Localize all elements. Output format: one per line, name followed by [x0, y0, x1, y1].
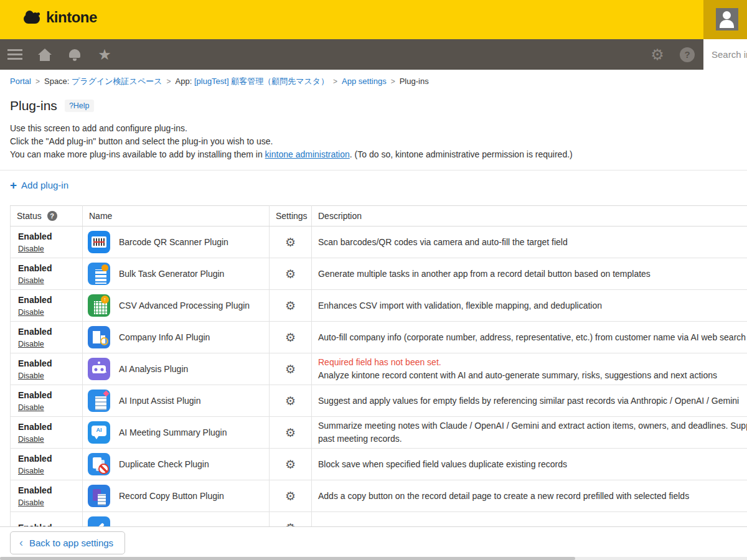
status-enabled: Enabled — [18, 485, 75, 497]
kintone-logo[interactable]: kintone — [22, 9, 97, 26]
status-enabled: Enabled — [18, 326, 75, 338]
barcode-icon — [88, 231, 110, 253]
duplicate-icon — [88, 453, 110, 475]
plugin-settings-gear-icon[interactable]: ⚙ — [285, 489, 296, 503]
table-row: EnabledDisableAI Analysis Plugin⚙Require… — [11, 353, 747, 385]
plugin-description: Block save when specified field values d… — [318, 458, 747, 471]
plugin-name: Bulk Task Generator Plugin — [119, 269, 224, 279]
plugin-name: CSV Advanced Processing Plugin — [119, 301, 250, 310]
menu-button[interactable] — [5, 39, 25, 70]
breadcrumb-text: App: — [176, 77, 192, 86]
scrollbar-thumb[interactable] — [0, 557, 575, 560]
plus-icon: + — [10, 179, 17, 191]
horizontal-scrollbar[interactable] — [0, 557, 747, 560]
plugin-name: Duplicate Check Plugin — [119, 459, 209, 469]
breadcrumb-link[interactable]: App settings — [342, 77, 387, 86]
notifications-button[interactable] — [65, 39, 85, 70]
icon-glyph — [88, 485, 110, 507]
plugin-name: AI Input Assist Plugin — [119, 396, 201, 406]
icon-glyph — [88, 453, 110, 475]
plugin-settings-gear-icon[interactable]: ⚙ — [285, 267, 296, 281]
disable-link[interactable]: Disable — [18, 308, 44, 317]
plugin-settings-gear-icon[interactable]: ⚙ — [285, 299, 296, 312]
icon-glyph — [88, 326, 110, 348]
plugin-name: Company Info AI Plugin — [119, 332, 210, 342]
column-settings: Settings — [270, 206, 312, 226]
title-row: Plug-ins ?Help — [10, 98, 737, 113]
kintone-administration-link[interactable]: kintone administration — [265, 149, 350, 159]
user-menu[interactable] — [703, 0, 747, 39]
add-plugin-button[interactable]: + Add plug-in — [10, 179, 68, 191]
bell-icon — [69, 49, 80, 61]
footer-bar: ‹ Back to app settings — [0, 526, 747, 560]
plugin-settings-gear-icon[interactable]: ⚙ — [285, 394, 296, 408]
help-button[interactable]: ? — [677, 39, 697, 70]
breadcrumb-separator: > — [167, 77, 171, 86]
breadcrumb-separator: > — [333, 77, 337, 86]
breadcrumb-text: Space: — [44, 77, 69, 86]
intro-text: Use this screen to add and configure plu… — [10, 122, 737, 161]
top-header: kintone — [0, 0, 747, 39]
main-content: Portal>Space: プラグイン検証スペース>App: [plugTest… — [0, 70, 747, 544]
favorites-button[interactable]: ★ — [95, 39, 115, 70]
logo-text: kintone — [46, 9, 97, 26]
column-status: Status? — [11, 206, 83, 226]
hamburger-icon — [7, 49, 22, 60]
disable-link[interactable]: Disable — [18, 340, 44, 348]
disable-link[interactable]: Disable — [18, 435, 44, 444]
app-window: kintone ★ ⚙ ? Portal>Space: プラグイン検証スペース>… — [0, 0, 747, 560]
plugin-settings-gear-icon[interactable]: ⚙ — [285, 362, 296, 376]
intro-line-1: Use this screen to add and configure plu… — [10, 122, 737, 135]
disable-link[interactable]: Disable — [18, 371, 44, 380]
tasks-icon — [88, 263, 110, 285]
status-enabled: Enabled — [18, 390, 75, 401]
plugin-settings-gear-icon[interactable]: ⚙ — [285, 330, 296, 344]
plugin-name: Barcode QR Scanner Plugin — [119, 237, 228, 247]
admin-settings-button[interactable]: ⚙ — [647, 39, 667, 70]
table-row: EnabledDisableCSV Advanced Processing Pl… — [11, 290, 747, 322]
icon-glyph — [88, 294, 110, 317]
robot-icon — [88, 358, 110, 380]
plugin-description: Summarize meeting notes with Claude / Op… — [318, 419, 747, 446]
docsparkle-icon — [88, 390, 110, 412]
back-to-app-settings-button[interactable]: ‹ Back to app settings — [10, 531, 125, 554]
breadcrumb-separator: > — [391, 77, 395, 86]
plugin-settings-gear-icon[interactable]: ⚙ — [285, 426, 296, 439]
gear-icon: ⚙ — [651, 47, 664, 62]
kintone-cloud-icon — [22, 11, 41, 24]
disable-link[interactable]: Disable — [18, 403, 44, 412]
plugin-settings-gear-icon[interactable]: ⚙ — [285, 235, 296, 249]
plugin-error-message: Required field has not been set. — [318, 356, 747, 369]
plugin-settings-gear-icon[interactable]: ⚙ — [285, 457, 296, 471]
table-row: EnabledDisableBarcode QR Scanner Plugin⚙… — [11, 226, 747, 258]
breadcrumb-link[interactable]: Portal — [10, 77, 31, 86]
status-help-icon[interactable]: ? — [47, 211, 57, 221]
home-icon — [38, 49, 52, 61]
search-box — [703, 39, 747, 70]
plugin-description: Generate multiple tasks in another app f… — [318, 268, 747, 281]
disable-link[interactable]: Disable — [18, 245, 44, 253]
disable-link[interactable]: Disable — [18, 498, 44, 507]
home-button[interactable] — [35, 39, 55, 70]
add-plugin-label: Add plug-in — [21, 180, 68, 190]
search-input[interactable] — [703, 39, 747, 70]
question-icon: ? — [680, 47, 695, 62]
status-enabled: Enabled — [18, 453, 75, 465]
breadcrumb-link[interactable]: プラグイン検証スペース — [72, 77, 162, 86]
global-navbar: ★ ⚙ ? — [0, 39, 747, 70]
copy-icon — [88, 485, 110, 507]
plugin-name: Record Copy Button Plugin — [119, 491, 224, 501]
plugin-name: AI Meeting Summary Plugin — [119, 427, 227, 437]
table-row: EnabledDisableRecord Copy Button Plugin⚙… — [11, 480, 747, 512]
breadcrumb-separator: > — [35, 77, 40, 86]
csv-icon — [88, 294, 110, 317]
status-enabled: Enabled — [18, 294, 75, 306]
status-enabled: Enabled — [18, 263, 75, 274]
plugin-name: AI Analysis Plugin — [119, 364, 188, 374]
disable-link[interactable]: Disable — [18, 467, 44, 475]
breadcrumb-link[interactable]: [plugTest] 顧客管理（顧問先マスタ） — [194, 77, 329, 86]
plugin-description: Auto-fill company info (corporate number… — [318, 331, 747, 344]
disable-link[interactable]: Disable — [18, 276, 44, 285]
status-enabled: Enabled — [18, 231, 75, 243]
help-badge[interactable]: ?Help — [65, 100, 94, 112]
